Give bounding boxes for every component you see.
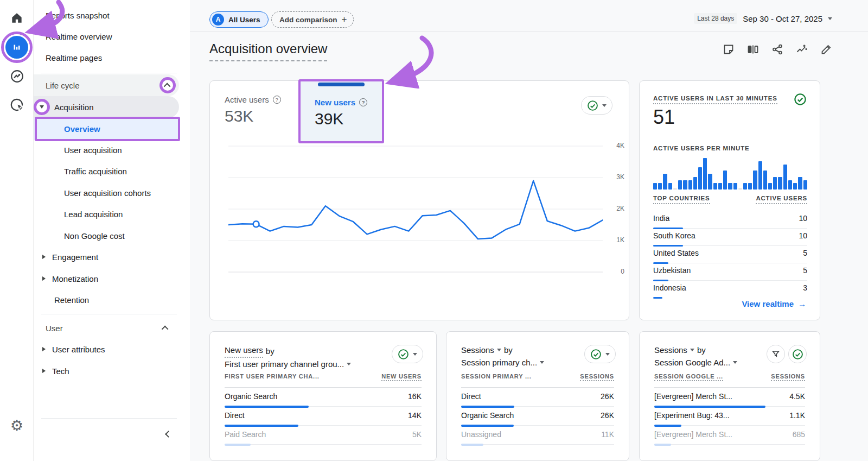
new-users-by-channel-card: New usersby First user primary channel g… [209, 331, 437, 461]
all-users-label: All Users [228, 16, 260, 24]
sidebar-item-reports-snapshot[interactable]: Reports snapshot [34, 4, 179, 26]
data-quality-button[interactable] [788, 345, 807, 363]
dimension-selector[interactable]: Session Google Ad... [654, 356, 737, 369]
chevron-left-icon [165, 431, 172, 438]
active-users-header: ACTIVE USERS [756, 195, 807, 204]
chevron-right-icon [42, 255, 46, 259]
home-icon[interactable] [0, 11, 34, 25]
y-axis-tick: 0 [605, 268, 624, 275]
sidebar-item-non-google-cost[interactable]: Non Google cost [34, 225, 179, 247]
chevron-up-icon[interactable] [163, 83, 170, 90]
data-quality-dropdown[interactable] [584, 345, 616, 363]
plus-icon: + [342, 14, 347, 25]
help-icon[interactable]: ? [273, 96, 281, 104]
chevron-down-icon[interactable] [40, 105, 44, 109]
users-line-chart [228, 144, 603, 274]
chevron-down-icon [828, 17, 832, 20]
table-row: [Experiment Bug: 43...1.1K [654, 407, 805, 426]
edit-icon[interactable] [820, 43, 832, 55]
sidebar-item-engagement[interactable]: Engagement [34, 246, 179, 268]
sidebar-item-monetization[interactable]: Monetization [34, 268, 179, 289]
metric-new-users: New users ? [315, 98, 367, 107]
sidebar-collapse-icon[interactable] [159, 425, 177, 443]
chevron-down-icon [605, 353, 610, 356]
selected-tab-indicator [318, 83, 365, 86]
share-icon[interactable] [771, 43, 783, 55]
date-range-picker[interactable]: Last 28 days Sep 30 - Oct 27, 2025 [694, 13, 832, 24]
chevron-down-icon [413, 353, 417, 356]
table-row: Direct14K [225, 407, 422, 426]
chevron-right-icon [42, 276, 46, 281]
chevron-up-icon[interactable] [162, 325, 169, 332]
table-row: [Evergreen] Merch St...685 [654, 426, 805, 445]
sidebar-item-user-acquisition[interactable]: User acquisition [34, 139, 179, 161]
metric-header: SESSIONS [771, 373, 805, 381]
divider [41, 314, 177, 314]
sidebar-item-realtime-pages[interactable]: Realtime pages [34, 47, 179, 68]
sidebar-item-user-attributes[interactable]: User attributes [34, 338, 179, 360]
explore-icon[interactable] [0, 69, 34, 84]
dimension-header: SESSION PRIMARY ... [461, 373, 532, 381]
check-badge-icon[interactable] [794, 93, 807, 106]
sessions-by-channel-card: Sessionsby Session primary ch... SESSION… [446, 331, 629, 461]
chevron-down-icon [733, 361, 737, 364]
note-icon[interactable] [723, 43, 735, 55]
sidebar-section-life-cycle[interactable]: Life cycle [34, 74, 179, 96]
dimension-selector[interactable]: First user primary channel grou... [225, 358, 351, 370]
country-row: Uzbekistan5 [653, 263, 807, 281]
per-minute-label: ACTIVE USERS PER MINUTE [653, 145, 750, 151]
data-quality-dropdown[interactable] [392, 345, 423, 363]
annotation-ring-lifecycle [159, 77, 176, 93]
sidebar-item-retention[interactable]: Retention [34, 289, 179, 311]
metric-header: NEW USERS [381, 373, 422, 381]
sidebar-item-realtime-overview[interactable]: Realtime overview [34, 26, 179, 47]
view-realtime-link[interactable]: View realtime → [742, 299, 806, 308]
y-axis-tick: 3K [605, 173, 624, 181]
sidebar-item-overview[interactable]: Overview [34, 118, 179, 140]
breakdown-table: Organic Search16K Direct14K Paid Search5… [225, 388, 422, 445]
metric-selector[interactable]: Sessionsby [461, 344, 544, 356]
chevron-down-icon [347, 363, 351, 365]
dimension-selector[interactable]: Session primary ch... [461, 356, 544, 369]
help-icon[interactable]: ? [359, 98, 367, 106]
metric-active-users[interactable]: Active users ? [225, 95, 281, 104]
chevron-down-icon [497, 349, 501, 351]
breakdown-table: [Evergreen] Merch St...4.5K [Experiment … [654, 388, 805, 445]
main-content: A All Users Add comparison + Last 28 day… [190, 0, 868, 461]
date-range-label: Sep 30 - Oct 27, 2025 [743, 14, 822, 23]
admin-gear-icon[interactable]: ⚙ [0, 419, 34, 433]
active-users-30min-value: 51 [653, 106, 675, 129]
table-row: Unassigned11K [461, 426, 614, 445]
add-comparison-label: Add comparison [279, 16, 337, 24]
all-users-comparison-chip[interactable]: A All Users [209, 11, 269, 28]
users-trend-card: Active users ? 53K New users ? 39K [209, 80, 629, 320]
compare-columns-icon[interactable] [747, 43, 759, 55]
add-comparison-button[interactable]: Add comparison + [271, 11, 354, 28]
y-axis-tick: 2K [605, 205, 624, 212]
data-quality-dropdown[interactable] [581, 96, 612, 115]
chevron-right-icon [42, 369, 46, 373]
metric-selector[interactable]: New users [225, 344, 263, 358]
country-row: South Korea10 [653, 229, 807, 246]
insights-icon[interactable] [796, 43, 808, 55]
metric-new-users-tab[interactable]: New users ? 39K [298, 79, 384, 143]
advertising-icon[interactable] [0, 98, 34, 112]
chevron-down-icon [690, 349, 694, 351]
sidebar-item-user-acquisition-cohorts[interactable]: User acquisition cohorts [34, 182, 179, 204]
new-users-value: 39K [315, 110, 343, 128]
sidebar-item-lead-acquisition[interactable]: Lead acquisition [34, 203, 179, 225]
top-countries-header: TOP COUNTRIES [653, 195, 710, 204]
reports-icon[interactable] [5, 36, 28, 59]
sidebar-item-traffic-acquisition[interactable]: Traffic acquisition [34, 160, 179, 182]
filter-funnel-icon [771, 349, 781, 359]
report-toolbar [723, 43, 832, 55]
check-badge-icon [587, 100, 598, 111]
page-title: Acquisition overview [209, 41, 327, 61]
sidebar-item-acquisition[interactable]: Acquisition [34, 96, 179, 118]
metric-selector[interactable]: Sessionsby [654, 344, 737, 356]
metric-header: SESSIONS [580, 373, 614, 381]
filter-button[interactable] [767, 345, 785, 363]
app-rail: ⚙ [0, 0, 34, 461]
sidebar-item-tech[interactable]: Tech [34, 360, 179, 382]
sidebar-section-user[interactable]: User [34, 317, 179, 339]
